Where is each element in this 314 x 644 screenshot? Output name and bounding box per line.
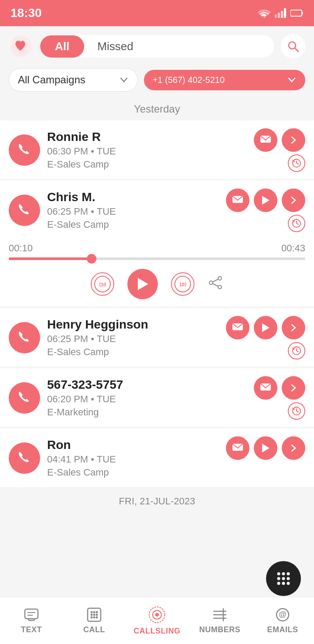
signal-icon [275, 8, 287, 18]
call-card-ronnie: Ronnie R 06:30 PM • TUE E-Sales Camp [0, 120, 314, 179]
rewind-10-button[interactable]: ⟨10 [91, 272, 114, 296]
call-name: 567-323-5757 [47, 378, 247, 392]
svg-point-50 [91, 617, 93, 619]
call-name: Chris M. [47, 190, 219, 204]
call-time: 06:30 PM • TUE [47, 146, 247, 157]
history-button-chris[interactable] [288, 215, 305, 232]
tab-missed[interactable]: Missed [84, 35, 146, 58]
history-button[interactable] [288, 154, 305, 172]
phone-icon [17, 142, 32, 158]
call-info-chris: Chris M. 06:25 PM • TUE E-Sales Camp [47, 190, 219, 230]
text-nav-icon [24, 607, 39, 623]
call-time: 06:20 PM • TUE [47, 394, 247, 405]
chevron-right-icon [289, 195, 298, 205]
message-icon [232, 322, 244, 334]
message-icon [259, 134, 272, 146]
tab-all[interactable]: All [40, 35, 84, 58]
play-button-henry[interactable] [254, 316, 277, 339]
history-button-number[interactable] [288, 402, 305, 420]
svg-rect-6 [291, 11, 299, 15]
history-button-henry[interactable] [288, 342, 305, 360]
svg-marker-25 [262, 323, 270, 332]
play-button-chris[interactable] [254, 188, 277, 212]
call-info-ron: Ron 04:41 PM • TUE E-Sales Camp [47, 438, 219, 478]
audio-total: 00:43 [281, 243, 305, 254]
next-button-chris[interactable] [282, 188, 305, 212]
svg-point-35 [282, 577, 285, 580]
svg-rect-40 [25, 609, 38, 619]
emails-nav-icon: @ [275, 607, 290, 623]
call-avatar-number [9, 382, 40, 414]
svg-point-19 [218, 277, 222, 280]
svg-point-21 [218, 285, 222, 289]
progress-bar[interactable] [9, 257, 305, 260]
phone-icon [17, 390, 32, 406]
share-button[interactable] [208, 275, 223, 294]
next-button-number[interactable] [282, 376, 305, 400]
filter-row: All Campaigns +1 (567) 402-5210 [0, 65, 314, 99]
call-actions-henry [226, 316, 305, 360]
play-pause-button[interactable] [127, 269, 158, 299]
callsling-nav-label: CALLSLING [133, 627, 181, 636]
svg-text:@: @ [279, 610, 287, 619]
svg-point-37 [277, 582, 280, 585]
message-icon [259, 382, 272, 394]
svg-point-45 [93, 611, 96, 613]
nav-item-emails[interactable]: @ EMAILS [251, 607, 314, 634]
call-name: Henry Hegginson [47, 318, 219, 332]
next-button-henry[interactable] [282, 316, 305, 339]
message-button-number[interactable] [254, 376, 277, 400]
svg-point-51 [93, 617, 96, 619]
text-nav-label: TEXT [21, 625, 42, 634]
message-button-henry[interactable] [226, 316, 249, 339]
nav-item-numbers[interactable]: NUMBERS [188, 607, 251, 634]
call-info-ronnie: Ronnie R 06:30 PM • TUE E-Sales Camp [47, 130, 247, 170]
nav-item-call[interactable]: CALL [63, 607, 126, 634]
call-campaign: E-Sales Camp [47, 219, 219, 230]
nav-item-text[interactable]: TEXT [0, 607, 63, 634]
callsling-nav-icon [148, 606, 166, 624]
nav-item-callsling[interactable]: CALLSLING [126, 606, 188, 636]
play-icon [261, 322, 270, 333]
svg-point-52 [96, 617, 98, 619]
dialpad-icon [274, 569, 293, 588]
svg-marker-16 [138, 278, 148, 290]
svg-rect-5 [302, 12, 303, 14]
chevron-right-icon [289, 383, 298, 393]
svg-line-23 [213, 284, 218, 286]
call-nav-label: CALL [83, 625, 105, 634]
svg-point-55 [155, 613, 159, 617]
campaign-label: All Campaigns [18, 74, 115, 86]
phone-icon [17, 202, 32, 218]
message-button[interactable] [254, 128, 277, 152]
number-select[interactable]: +1 (567) 402-5210 [144, 70, 305, 90]
next-button-ron[interactable] [282, 436, 305, 460]
campaign-select[interactable]: All Campaigns [9, 68, 138, 92]
call-nav-icon [86, 607, 102, 623]
numbers-nav-label: NUMBERS [199, 625, 241, 634]
call-card-ron: Ron 04:41 PM • TUE E-Sales Camp [0, 428, 314, 487]
next-button[interactable] [282, 128, 305, 152]
play-icon [261, 443, 270, 453]
chevron-right-icon [289, 323, 298, 332]
message-button-chris[interactable] [226, 188, 249, 212]
chevron-down-icon [119, 75, 129, 85]
call-actions-chris [226, 188, 305, 232]
forward-10-button[interactable]: 10⟩ [171, 272, 195, 296]
dial-pad-button[interactable] [266, 561, 301, 596]
svg-point-31 [277, 572, 280, 575]
message-button-ron[interactable] [226, 436, 249, 460]
app-logo [9, 34, 33, 58]
call-card-number: 567-323-5757 06:20 PM • TUE E-Marketing [0, 368, 314, 427]
search-button[interactable] [281, 34, 305, 58]
message-icon [232, 442, 244, 454]
play-button-ron[interactable] [254, 436, 277, 460]
message-icon [232, 194, 244, 206]
bottom-nav: TEXT CALL CALLSLING [0, 597, 314, 644]
call-campaign: E-Marketing [47, 407, 247, 418]
svg-point-46 [96, 611, 98, 613]
chevron-right-icon [289, 443, 298, 453]
yesterday-label: Yesterday [0, 99, 314, 120]
call-card-chris: Chris M. 06:25 PM • TUE E-Sales Camp [0, 181, 314, 306]
call-actions-ron [226, 436, 305, 480]
